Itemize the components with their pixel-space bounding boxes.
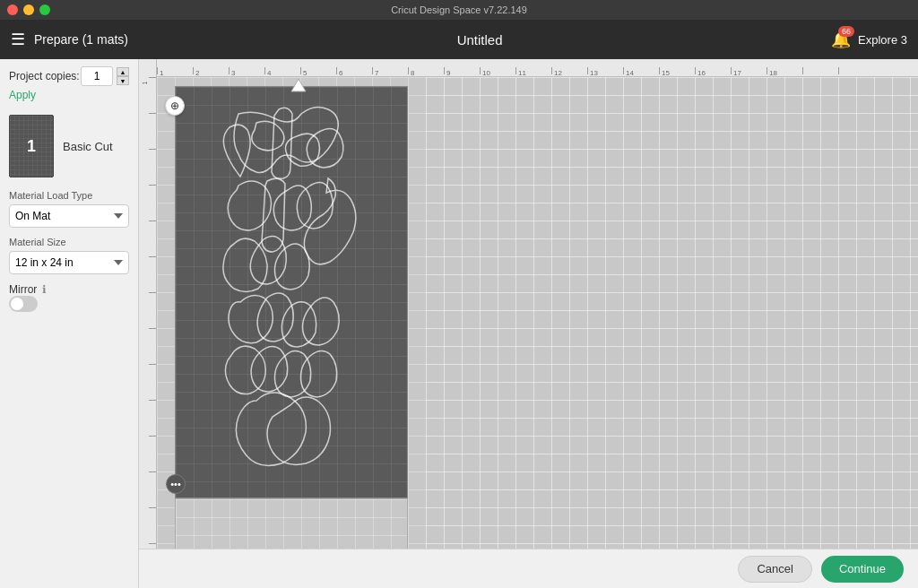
mirror-section: Mirror ℹ <box>9 283 129 312</box>
design-svg <box>185 96 400 490</box>
canvas-ext-right <box>426 77 918 588</box>
canvas-inner: ⊕ ••• − 50% + <box>157 77 918 588</box>
mat-number: 1 <box>27 137 36 156</box>
maximize-button[interactable] <box>39 4 50 15</box>
cancel-button[interactable]: Cancel <box>738 556 811 583</box>
nav-bar: ☰ Prepare (1 mats) Untitled 🔔 66 Explore… <box>0 20 918 59</box>
spinner-buttons: ▲ ▼ <box>117 67 129 85</box>
mat-item: 1 Basic Cut <box>9 111 129 181</box>
mat-thumbnail: 1 <box>9 115 54 177</box>
mirror-label: Mirror <box>9 283 37 296</box>
material-size-label: Material Size <box>9 237 129 247</box>
project-copies-section: Project copies: ▲ ▼ Apply <box>9 66 129 102</box>
mirror-toggle[interactable] <box>9 296 38 312</box>
prepare-label: Prepare (1 mats) <box>34 32 128 47</box>
mat-on-canvas: ⊕ ••• <box>175 86 408 498</box>
bottom-bar: Cancel Continue <box>139 549 918 588</box>
material-load-dropdown[interactable]: On Mat Roll <box>9 204 129 228</box>
material-load-section: Material Load Type On Mat Roll <box>9 190 129 228</box>
copies-up-button[interactable]: ▲ <box>117 67 129 76</box>
minimize-button[interactable] <box>23 4 34 15</box>
canvas-area: cricut 1 2 3 4 5 <box>139 59 918 588</box>
project-title: Untitled <box>457 32 503 48</box>
nav-left: ☰ Prepare (1 mats) <box>11 30 128 49</box>
material-size-section: Material Size 12 in x 24 in 12 in x 12 i… <box>9 237 129 274</box>
mirror-row: Mirror ℹ <box>9 283 129 296</box>
continue-button[interactable]: Continue <box>821 556 904 583</box>
apply-button[interactable]: Apply <box>9 89 36 101</box>
notification-badge: 66 <box>838 26 854 37</box>
ruler-top: 1 2 3 4 5 6 7 <box>139 59 918 77</box>
nav-right: 🔔 66 Explore 3 <box>831 30 907 49</box>
copies-input[interactable] <box>81 66 113 86</box>
material-size-dropdown[interactable]: 12 in x 24 in 12 in x 12 in Custom <box>9 251 129 274</box>
left-panel: Project copies: ▲ ▼ Apply 1 Basic Cut <box>0 59 139 588</box>
anchor-handle[interactable] <box>290 79 307 97</box>
copies-input-group: ▲ ▼ <box>81 66 129 86</box>
mirror-info-icon[interactable]: ℹ <box>42 283 47 296</box>
project-copies-row: Project copies: ▲ ▼ <box>9 66 129 86</box>
explore-button[interactable]: Explore 3 <box>858 33 907 47</box>
menu-button[interactable]: ☰ <box>11 30 25 49</box>
project-copies-label: Project copies: <box>9 70 80 82</box>
close-button[interactable] <box>7 4 18 15</box>
material-load-label: Material Load Type <box>9 190 129 201</box>
traffic-lights <box>7 4 50 15</box>
title-bar: Cricut Design Space v7.22.149 <box>0 0 918 20</box>
notifications-button[interactable]: 🔔 66 <box>831 30 851 49</box>
options-button[interactable]: ••• <box>166 474 186 494</box>
app-title: Cricut Design Space v7.22.149 <box>391 4 527 15</box>
main-layout: Project copies: ▲ ▼ Apply 1 Basic Cut <box>0 59 918 588</box>
svg-marker-0 <box>291 79 306 91</box>
recenter-button[interactable]: ⊕ <box>165 96 185 116</box>
copies-down-button[interactable]: ▼ <box>117 76 129 85</box>
mat-cut-label: Basic Cut <box>63 140 113 153</box>
ruler-left: 1 <box>139 59 157 588</box>
